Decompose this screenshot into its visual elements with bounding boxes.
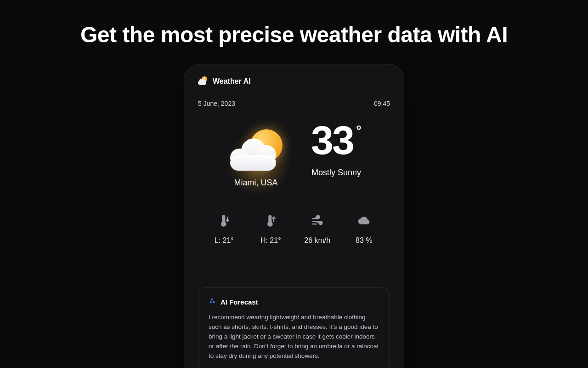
current-weather: Miami, USA 33 ° Mostly Sunny: [198, 121, 390, 188]
weather-stats-row: L: 21° H: 21° 26 km/h: [198, 214, 390, 245]
stat-low-label: L: 21°: [215, 236, 234, 245]
temperature-value: 33: [311, 121, 353, 160]
thermometer-up-icon: [264, 214, 277, 229]
svg-point-3: [210, 301, 212, 303]
stat-high: H: 21°: [248, 214, 294, 245]
ai-icon: [209, 298, 216, 306]
condition-label: Mostly Sunny: [311, 168, 361, 178]
stat-high-label: H: 21°: [260, 236, 281, 245]
stat-cloud-label: 83 %: [356, 236, 372, 245]
weather-app-card: Weather AI 5 June, 2023 09:45 Miami, USA…: [184, 64, 404, 368]
cloud-icon: [357, 214, 370, 229]
ai-forecast-card: AI Forecast I recommend wearing lightwei…: [198, 287, 390, 368]
current-time: 09:45: [374, 100, 390, 107]
temperature-col: 33 ° Mostly Sunny: [311, 121, 362, 188]
ai-forecast-body: I recommend wearing lightweight and brea…: [209, 313, 379, 361]
svg-point-1: [269, 223, 271, 225]
temperature-display: 33 °: [311, 121, 362, 160]
stat-cloud: 83 %: [341, 214, 388, 245]
stat-wind: 26 km/h: [294, 214, 341, 245]
degree-symbol: °: [356, 123, 362, 138]
svg-point-0: [223, 223, 225, 225]
app-logo-icon: [198, 76, 208, 86]
svg-point-2: [211, 299, 213, 300]
ai-forecast-header: AI Forecast: [209, 298, 379, 306]
stat-low: L: 21°: [201, 214, 248, 245]
svg-point-4: [213, 301, 215, 303]
page-heading: Get the most precise weather data with A…: [0, 0, 588, 47]
thermometer-down-icon: [218, 214, 231, 229]
current-date: 5 June, 2023: [198, 100, 235, 107]
app-header: Weather AI: [198, 76, 390, 93]
date-time-row: 5 June, 2023 09:45: [198, 100, 390, 107]
ai-forecast-title: AI Forecast: [220, 298, 258, 306]
weather-visual-col: Miami, USA: [226, 121, 285, 188]
mostly-sunny-icon: [226, 121, 285, 172]
stat-wind-label: 26 km/h: [304, 236, 330, 245]
app-title: Weather AI: [213, 77, 251, 86]
wind-icon: [311, 214, 324, 229]
